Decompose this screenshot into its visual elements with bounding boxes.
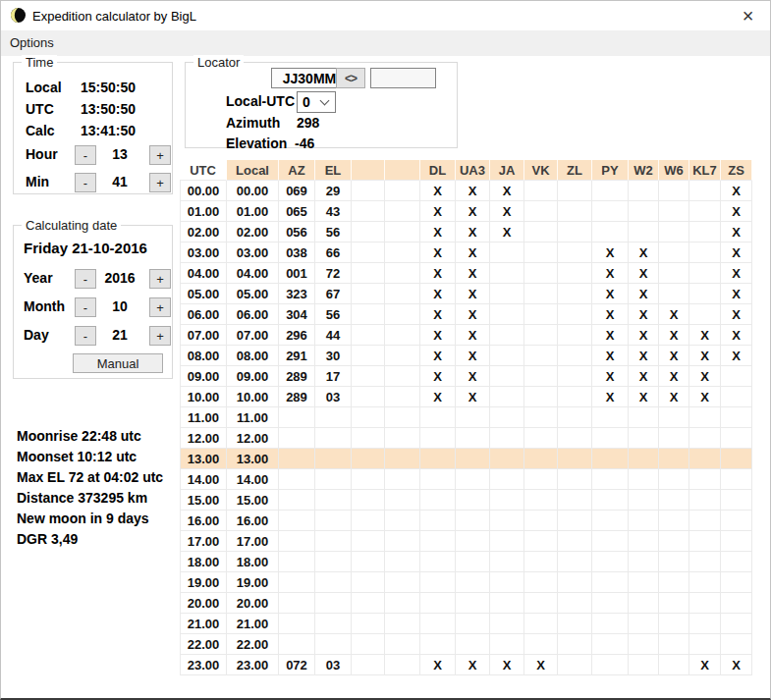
hour-label: Hour [26,146,58,162]
minute-increment-button[interactable]: + [149,173,171,192]
table-cell [524,593,558,614]
table-cell [490,614,524,634]
table-cell [279,490,315,511]
table-cell: X [490,655,524,675]
year-increment-button[interactable]: + [149,269,171,289]
table-cell [659,222,689,242]
table-cell [456,469,490,490]
table-row: 16.0016.00 [180,511,752,531]
table-cell [420,634,456,655]
hour-value: 13 [96,146,143,162]
table-cell: 20.00 [227,593,279,614]
table-cell [558,284,592,304]
month-decrement-button[interactable]: - [75,297,96,317]
table-cell [490,366,524,387]
table-cell [420,490,456,511]
table-cell [558,222,592,242]
local-time-label: Local [26,80,62,95]
table-cell [352,407,385,428]
table-cell [592,511,629,531]
table-row: 18.0018.00 [180,552,752,572]
table-cell [456,531,490,552]
table-cell [352,552,385,572]
table-cell: X [420,304,456,325]
column-header-utc: UTC [180,160,227,181]
table-cell [456,593,490,614]
table-cell [315,634,352,655]
close-button[interactable]: × [726,1,770,30]
table-cell: X [721,263,752,284]
table-cell [721,511,752,531]
day-increment-button[interactable]: + [149,326,171,346]
hour-increment-button[interactable]: + [149,145,171,165]
day-decrement-button[interactable]: - [75,326,96,346]
table-row: 20.0020.00 [180,593,752,614]
table-cell: X [456,201,490,222]
minute-decrement-button[interactable]: - [75,173,96,192]
table-cell: X [420,222,456,242]
table-cell: 296 [279,325,315,346]
table-cell [456,407,490,428]
table-cell: 14.00 [227,469,279,490]
table-cell [524,490,558,511]
month-increment-button[interactable]: + [149,297,171,317]
table-cell [689,531,721,552]
table-row: 02.0002.0005656XXXX [180,222,752,242]
chevron-down-icon [320,96,330,106]
table-cell: X [592,263,629,284]
table-cell: X [659,325,689,346]
table-cell [689,593,721,614]
azimuth-label: Azimuth [226,115,280,131]
table-cell [490,387,524,407]
table-cell: X [689,325,721,346]
swap-locator-button[interactable]: <> [336,68,365,88]
table-row: 09.0009.0028917XXXXXX [180,366,752,387]
table-cell [352,593,385,614]
table-cell [456,490,490,511]
calc-time-label: Calc [26,123,55,138]
column-header-w2: W2 [629,160,659,181]
table-cell: 07.00 [180,325,227,346]
menu-item-options[interactable]: Options [1,30,63,50]
table-cell: 072 [279,655,315,675]
moon-info-line: Moonrise 22:48 utc [17,426,179,447]
schedule-body: 00.0000.0006929XXXX01.0001.0006543XXXX02… [180,181,752,675]
locator-secondary-input[interactable] [370,68,436,88]
minute-label: Min [26,174,49,189]
table-cell [689,222,721,242]
table-cell: 08.00 [180,346,227,366]
table-cell [524,346,558,366]
table-cell: X [592,325,629,346]
table-cell [592,428,629,449]
table-cell: 19.00 [180,572,227,593]
table-cell [279,572,315,593]
table-cell [592,655,629,675]
table-cell [315,490,352,511]
table-cell [279,449,315,469]
table-cell [629,407,659,428]
table-cell: X [456,263,490,284]
table-cell: X [456,346,490,366]
local-utc-select[interactable]: 0 [297,91,336,113]
table-cell [385,614,420,634]
year-decrement-button[interactable]: - [75,269,96,289]
table-cell: 72 [315,263,352,284]
table-row: 11.0011.00 [180,407,752,428]
table-cell [352,325,385,346]
time-groupbox-title: Time [22,55,57,70]
table-cell [689,242,721,263]
hour-decrement-button[interactable]: - [75,145,96,165]
table-cell [721,366,752,387]
table-cell: X [456,366,490,387]
table-cell [385,593,420,614]
table-cell [629,428,659,449]
manual-button[interactable]: Manual [73,353,163,373]
column-header-local: Local [227,160,279,181]
table-cell: X [592,284,629,304]
schedule-header-row: UTCLocalAZELDLUA3JAVKZLPYW2W6KL7ZS [180,160,752,181]
table-cell: 001 [279,263,315,284]
table-cell [279,407,315,428]
table-cell [279,511,315,531]
table-cell: 05.00 [227,284,279,304]
table-cell: X [659,366,689,387]
